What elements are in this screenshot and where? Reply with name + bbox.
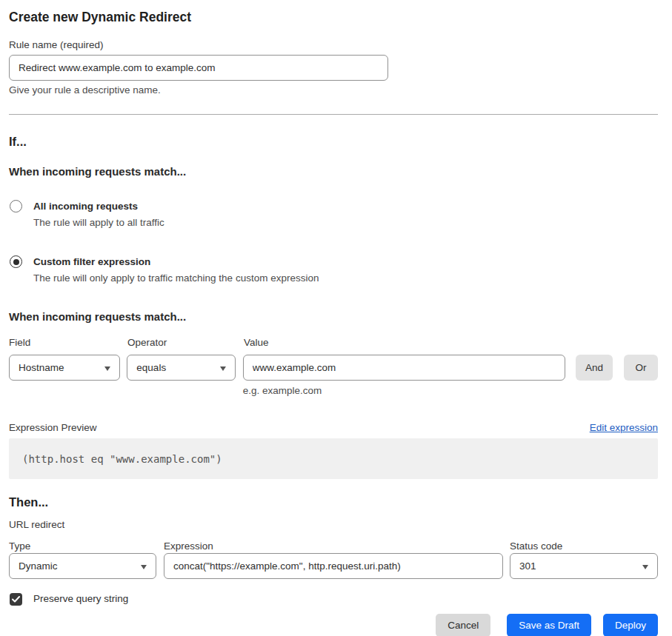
- field-select-value: Hostname: [19, 362, 64, 373]
- create-redirect-form: Create new Dynamic Redirect Rule name (r…: [0, 0, 672, 636]
- value-helper: e.g. example.com: [243, 384, 565, 397]
- field-label: Field: [9, 336, 121, 349]
- value-input[interactable]: [243, 355, 565, 381]
- operator-select[interactable]: equals: [127, 355, 235, 381]
- page-title: Create new Dynamic Redirect: [9, 9, 658, 25]
- radio-label-all-requests: All incoming requests: [33, 200, 164, 213]
- type-select-value: Dynamic: [19, 560, 58, 572]
- expression-preview-label: Expression Preview: [9, 421, 97, 435]
- cancel-button[interactable]: Cancel: [436, 614, 490, 636]
- status-code-label: Status code: [510, 540, 658, 552]
- field-select[interactable]: Hostname: [9, 355, 120, 381]
- chevron-down-icon: [642, 565, 648, 569]
- deploy-button[interactable]: Deploy: [603, 614, 658, 636]
- radio-option-custom-filter[interactable]: Custom filter expression The rule will o…: [9, 255, 658, 284]
- chevron-down-icon: [141, 565, 147, 569]
- builder-heading: When incoming requests match...: [9, 309, 658, 324]
- radio-button-custom-filter[interactable]: [10, 255, 22, 268]
- status-code-select[interactable]: 301: [510, 553, 658, 579]
- expression-preview-code: (http.host eq "www.example.com"): [22, 453, 222, 465]
- operator-label: Operator: [127, 336, 236, 349]
- chevron-down-icon: [220, 366, 226, 371]
- checkmark-icon: [12, 596, 20, 603]
- preserve-query-label: Preserve query string: [33, 592, 128, 606]
- expression-preview-box: (http.host eq "www.example.com"): [9, 438, 658, 479]
- save-as-draft-button[interactable]: Save as Draft: [507, 614, 591, 636]
- type-label: Type: [9, 540, 156, 552]
- radio-desc-all-requests: The rule will apply to all traffic: [33, 216, 164, 229]
- value-label: Value: [244, 336, 568, 349]
- radio-desc-custom-filter: The rule will only apply to traffic matc…: [33, 272, 319, 284]
- and-button[interactable]: And: [576, 355, 613, 381]
- rule-name-label: Rule name (required): [9, 39, 658, 51]
- section-divider: [9, 114, 658, 115]
- expression-label: Expression: [164, 540, 503, 552]
- radio-option-all-requests[interactable]: All incoming requests The rule will appl…: [9, 200, 658, 229]
- if-heading: If...: [9, 134, 658, 150]
- edit-expression-link[interactable]: Edit expression: [590, 421, 658, 435]
- rule-name-helper: Give your rule a descriptive name.: [9, 84, 658, 96]
- radio-label-custom-filter: Custom filter expression: [33, 255, 319, 269]
- redirect-expression-input[interactable]: [164, 553, 503, 579]
- radio-button-all-requests[interactable]: [10, 200, 22, 212]
- operator-select-value: equals: [136, 362, 166, 373]
- rule-name-input[interactable]: [9, 55, 388, 81]
- chevron-down-icon: [104, 366, 110, 371]
- preserve-query-row[interactable]: Preserve query string: [9, 592, 658, 606]
- preserve-query-checkbox[interactable]: [10, 593, 22, 606]
- then-heading: Then...: [9, 495, 658, 510]
- url-redirect-label: URL redirect: [9, 518, 658, 531]
- status-code-select-value: 301: [519, 560, 536, 572]
- match-heading: When incoming requests match...: [9, 164, 658, 178]
- type-select[interactable]: Dynamic: [9, 553, 156, 579]
- or-button[interactable]: Or: [624, 355, 658, 381]
